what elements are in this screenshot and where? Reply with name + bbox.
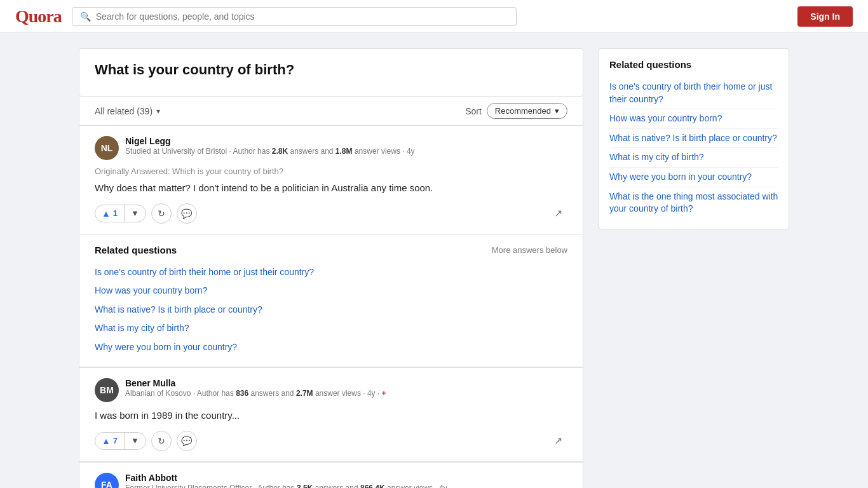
sidebar-link-1[interactable]: Is one's country of birth their home or … <box>609 78 778 109</box>
upvote-button[interactable]: ▲ 7 <box>95 433 125 449</box>
sort-button[interactable]: Recommended ▾ <box>487 103 567 119</box>
question-card: What is your country of birth? <box>79 48 583 97</box>
downvote-icon: ▼ <box>131 208 139 218</box>
vote-group: ▲ 1 ▼ <box>95 205 146 222</box>
search-input[interactable] <box>96 11 508 22</box>
upvote-icon: ▲ <box>102 208 111 219</box>
upvote-count: 7 <box>113 436 118 445</box>
related-link-3[interactable]: What is native? Is it birth place or cou… <box>95 301 567 320</box>
sort-label: Sort <box>465 106 482 116</box>
author-row: BM Bener Mulla Albanian of Kosovo · Auth… <box>95 378 567 402</box>
upvote-icon: ▲ <box>102 436 111 446</box>
repost-icon: ↻ <box>158 436 165 446</box>
avatar: BM <box>95 378 119 402</box>
author-meta: Studied at University of Bristol · Autho… <box>125 146 567 157</box>
share-icon: ↗ <box>554 208 562 219</box>
author-meta: Former University Placements Officer · A… <box>125 483 567 488</box>
sidebar-link-5[interactable]: Why were you born in your country? <box>609 168 778 187</box>
author-name[interactable]: Bener Mulla <box>125 378 567 388</box>
action-bar: ▲ 7 ▼ ↻ 💬 ↗ <box>95 431 567 451</box>
related-inline-header: Related questions More answers below <box>95 245 567 255</box>
sidebar-link-2[interactable]: How was your country born? <box>609 109 778 129</box>
answer-card: BM Bener Mulla Albanian of Kosovo · Auth… <box>79 367 583 462</box>
originally-answered: Originally Answered: Which is your count… <box>95 166 567 176</box>
chevron-down-icon: ▾ <box>156 107 160 116</box>
author-name[interactable]: Faith Abbott <box>125 473 567 483</box>
question-title: What is your country of birth? <box>95 62 567 78</box>
avatar: FA <box>95 473 119 488</box>
related-link-4[interactable]: What is my city of birth? <box>95 319 567 338</box>
share-button[interactable]: ↗ <box>549 205 567 222</box>
site-header: Quora 🔍 Sign In <box>0 0 868 33</box>
search-bar: 🔍 <box>72 7 517 26</box>
filter-bar: All related (39) ▾ Sort Recommended ▾ <box>79 97 583 126</box>
author-info: Bener Mulla Albanian of Kosovo · Author … <box>125 378 567 399</box>
filter-all-related[interactable]: All related (39) ▾ <box>95 106 160 116</box>
answer-text: I was born in 1989 in the country... <box>95 409 567 423</box>
author-name[interactable]: Nigel Legg <box>125 136 567 146</box>
upvote-button[interactable]: ▲ 1 <box>95 205 125 222</box>
comment-button[interactable]: 💬 <box>177 203 197 224</box>
upvote-count: 1 <box>113 208 118 218</box>
repost-button[interactable]: ↻ <box>151 431 172 451</box>
related-link-5[interactable]: Why were you born in your country? <box>95 338 567 357</box>
answer-card: NL Nigel Legg Studied at University of B… <box>79 126 583 234</box>
author-info: Faith Abbott Former University Placement… <box>125 473 567 488</box>
sort-value: Recommended <box>495 106 551 116</box>
downvote-button[interactable]: ▼ <box>125 433 146 449</box>
related-inline-title: Related questions <box>95 245 177 255</box>
sign-in-button[interactable]: Sign In <box>797 6 853 27</box>
share-icon: ↗ <box>554 435 562 446</box>
downvote-icon: ▼ <box>131 436 139 445</box>
site-logo[interactable]: Quora <box>15 6 62 27</box>
sidebar-link-3[interactable]: What is native? Is it birth place or cou… <box>609 129 778 149</box>
repost-icon: ↻ <box>158 208 165 219</box>
vote-group: ▲ 7 ▼ <box>95 432 146 450</box>
sidebar-card: Related questions Is one's country of bi… <box>599 48 789 229</box>
chevron-down-icon: ▾ <box>555 106 559 116</box>
sort-area: Sort Recommended ▾ <box>465 103 567 119</box>
related-link-2[interactable]: How was your country born? <box>95 281 567 301</box>
right-sidebar: Related questions Is one's country of bi… <box>599 48 789 488</box>
share-button[interactable]: ↗ <box>549 432 567 449</box>
comment-icon: 💬 <box>181 436 192 446</box>
sidebar-title: Related questions <box>609 59 778 70</box>
filter-label: All related (39) <box>95 106 153 116</box>
author-row: NL Nigel Legg Studied at University of B… <box>95 136 567 160</box>
main-layout: What is your country of birth? All relat… <box>69 33 799 488</box>
author-info: Nigel Legg Studied at University of Bris… <box>125 136 567 157</box>
more-answers-below: More answers below <box>492 245 567 255</box>
author-row: FA Faith Abbott Former University Placem… <box>95 473 567 488</box>
comment-icon: 💬 <box>181 208 192 219</box>
related-link-1[interactable]: Is one's country of birth their home or … <box>95 263 567 282</box>
sidebar-link-6[interactable]: What is the one thing most associated wi… <box>609 187 778 219</box>
comment-button[interactable]: 💬 <box>177 431 197 451</box>
repost-button[interactable]: ↻ <box>151 203 172 224</box>
avatar: NL <box>95 136 119 160</box>
related-questions-inline: Related questions More answers below Is … <box>79 234 583 368</box>
author-meta: Albanian of Kosovo · Author has 836 answ… <box>125 388 567 399</box>
search-icon: 🔍 <box>80 11 91 22</box>
answer-card: FA Faith Abbott Former University Placem… <box>79 462 583 488</box>
sidebar-link-4[interactable]: What is my city of birth? <box>609 148 778 168</box>
answer-text: Why does that matter? I don't intend to … <box>95 181 567 196</box>
downvote-button[interactable]: ▼ <box>125 205 146 221</box>
left-content: What is your country of birth? All relat… <box>79 48 583 488</box>
action-bar: ▲ 1 ▼ ↻ 💬 ↗ <box>95 203 567 224</box>
